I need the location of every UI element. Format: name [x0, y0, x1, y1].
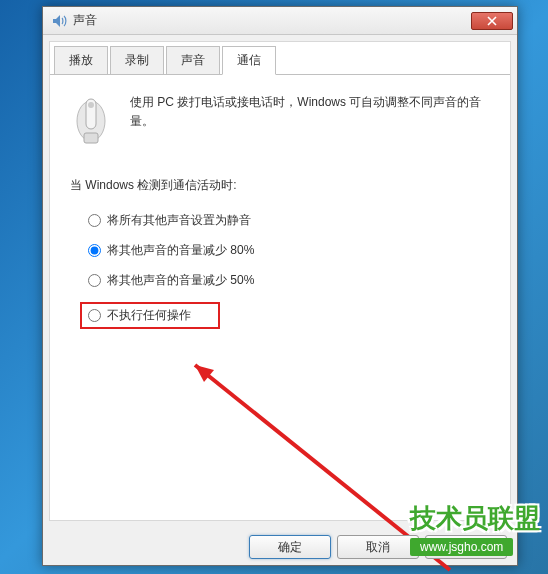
radio-label: 将其他声音的音量减少 80% [107, 242, 254, 259]
cancel-button[interactable]: 取消 [337, 535, 419, 559]
radio-input-80[interactable] [88, 244, 101, 257]
tab-recording[interactable]: 录制 [110, 46, 164, 74]
window-title: 声音 [73, 12, 471, 29]
tab-playback[interactable]: 播放 [54, 46, 108, 74]
svg-point-2 [88, 102, 94, 108]
radio-reduce-50[interactable]: 将其他声音的音量减少 50% [88, 272, 490, 289]
phone-icon [70, 93, 112, 145]
radio-input-none[interactable] [88, 309, 101, 322]
button-bar: 确定 取消 应用(A) [249, 535, 507, 559]
radio-label: 不执行任何操作 [107, 307, 191, 324]
radio-group: 将所有其他声音设置为静音 将其他声音的音量减少 80% 将其他声音的音量减少 5… [70, 212, 490, 329]
tab-bar: 播放 录制 声音 通信 [50, 46, 510, 75]
radio-label: 将其他声音的音量减少 50% [107, 272, 254, 289]
radio-reduce-80[interactable]: 将其他声音的音量减少 80% [88, 242, 490, 259]
close-button[interactable] [471, 12, 513, 30]
ok-button[interactable]: 确定 [249, 535, 331, 559]
description-text: 使用 PC 拨打电话或接电话时，Windows 可自动调整不同声音的音量。 [130, 93, 490, 145]
svg-marker-4 [195, 365, 214, 382]
radio-input-50[interactable] [88, 274, 101, 287]
speaker-icon [51, 13, 67, 29]
svg-rect-3 [84, 133, 98, 143]
radio-label: 将所有其他声音设置为静音 [107, 212, 251, 229]
dialog-body: 播放 录制 声音 通信 使用 PC 拨打电话或接电话时，Windows 可自动调… [49, 41, 511, 521]
radio-mute-all[interactable]: 将所有其他声音设置为静音 [88, 212, 490, 229]
titlebar[interactable]: 声音 [43, 7, 517, 35]
radio-do-nothing[interactable]: 不执行任何操作 [80, 302, 220, 329]
radio-input-mute[interactable] [88, 214, 101, 227]
section-label: 当 Windows 检测到通信活动时: [70, 177, 490, 194]
apply-button[interactable]: 应用(A) [425, 535, 507, 559]
tab-communications[interactable]: 通信 [222, 46, 276, 75]
tab-sounds[interactable]: 声音 [166, 46, 220, 74]
tab-content: 使用 PC 拨打电话或接电话时，Windows 可自动调整不同声音的音量。 当 … [50, 75, 510, 360]
sound-dialog: 声音 播放 录制 声音 通信 使用 PC 拨打电话或接电话 [42, 6, 518, 566]
